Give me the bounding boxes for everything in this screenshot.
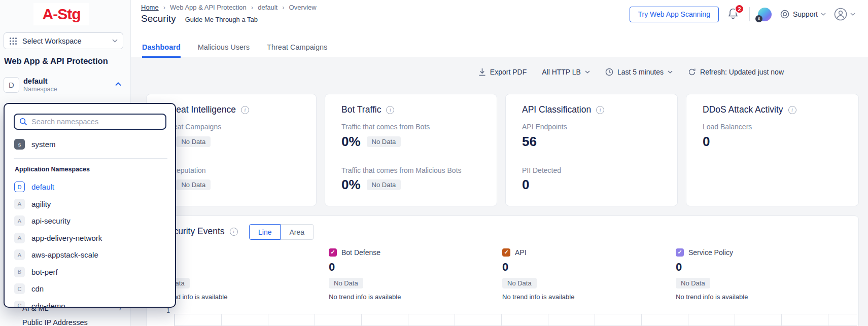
stat-label: Traffic that comes from Malicious Bots — [341, 166, 462, 174]
breadcrumb: Home › Web App & API Protection › defaul… — [141, 4, 317, 11]
try-web-app-scanning-button[interactable]: Try Web App Scanning — [630, 7, 719, 22]
sidebar-item-public-ip-addresses[interactable]: Public IP Addresses — [22, 318, 121, 326]
chevron-down-icon — [821, 13, 826, 16]
application-namespaces-heading: Application Namespaces — [15, 166, 90, 173]
namespace-initial-badge: A — [14, 233, 25, 243]
dashboard-tabs: Dashboard Malicious Users Threat Campaig… — [142, 43, 327, 58]
dropdown-divider — [14, 158, 167, 159]
support-label: Support — [793, 10, 818, 18]
no-data-badge: No Data — [502, 278, 537, 288]
export-pdf-button[interactable]: Export PDF — [478, 68, 527, 76]
support-menu[interactable]: Support — [780, 9, 826, 19]
card-ddos-attack-activity: DDoS Attack Activity i Load Balancers 0 — [686, 94, 859, 206]
info-icon[interactable]: i — [241, 106, 249, 114]
series-checkbox[interactable]: ✓ — [502, 248, 510, 257]
namespace-initial-badge: A — [14, 249, 25, 260]
namespace-dropdown-panel: s system Application Namespaces D defaul… — [4, 103, 176, 308]
series-checkbox[interactable]: ✓ — [676, 248, 684, 257]
stat-label: PII Detected — [522, 166, 561, 174]
namespace-option-default[interactable]: D default — [14, 178, 166, 196]
tab-dashboard[interactable]: Dashboard — [142, 43, 181, 58]
tab-malicious-users[interactable]: Malicious Users — [198, 43, 250, 58]
namespace-option-aws-appstack-scale[interactable]: A aws-appstack-scale — [14, 246, 166, 264]
card-api-classification: API Classification i API Endpoints 56 PI… — [505, 94, 678, 206]
header-actions: Try Web App Scanning 2 8 Support — [630, 6, 855, 22]
namespace-option-system[interactable]: s system — [14, 139, 56, 150]
refresh-icon — [688, 68, 696, 76]
namespace-initial-badge: B — [14, 267, 25, 277]
namespace-option-bot-perf[interactable]: B bot-perf — [14, 264, 166, 281]
sidebar-item-label: Public IP Addresses — [22, 318, 88, 326]
breadcrumb-home-link[interactable]: Home — [141, 4, 159, 11]
globe-count-badge: 8 — [755, 15, 762, 22]
card-title: API Classification — [522, 104, 591, 115]
time-range-dropdown[interactable]: Last 5 minutes — [605, 68, 673, 76]
namespace-selector[interactable]: D default Namespace — [4, 77, 123, 96]
breadcrumb-separator: › — [282, 4, 284, 11]
no-data-badge: No Data — [176, 136, 211, 147]
stat-value: 56 — [522, 134, 537, 150]
namespace-options-list: D default A agility A api-security A app… — [14, 178, 166, 308]
info-icon[interactable]: i — [386, 106, 394, 114]
namespace-option-label: default — [31, 183, 54, 191]
series-trend-note: No trend info is available — [676, 293, 843, 301]
security-events-panel: Security Events i Line Area ✓ No Data No… — [146, 215, 859, 326]
namespace-option-cdn-demo[interactable]: C cdn-demo — [14, 298, 166, 308]
series-label: API — [515, 248, 527, 257]
stat-value: 0% — [341, 134, 361, 150]
chevron-up-icon — [115, 82, 121, 86]
no-data-badge: No Data — [367, 136, 401, 147]
namespace-option-api-security[interactable]: A api-security — [14, 212, 166, 230]
header-divider — [749, 7, 750, 21]
chevron-down-icon — [112, 39, 118, 43]
series-checkbox[interactable]: ✓ — [329, 248, 337, 257]
refresh-status-label: Refresh: Updated just now — [700, 68, 784, 76]
namespace-initial-badge: D — [4, 77, 19, 93]
no-data-badge: No Data — [367, 179, 401, 190]
stat-label: Traffic that comes from Bots — [341, 123, 430, 131]
workspace-selector[interactable]: Select Workspace — [4, 32, 123, 49]
refresh-button[interactable]: Refresh: Updated just now — [688, 68, 784, 76]
stat-value: 0% — [341, 177, 361, 193]
notifications-button[interactable]: 2 — [727, 7, 741, 21]
workspace-selector-label: Select Workspace — [22, 37, 107, 45]
breadcrumb-waap[interactable]: Web App & API Protection — [170, 4, 247, 11]
no-data-badge: No Data — [176, 179, 211, 190]
area-view-button[interactable]: Area — [281, 224, 314, 240]
card-title: Bot Traffic — [341, 104, 381, 115]
series-label: Service Policy — [688, 248, 733, 257]
info-icon[interactable]: i — [788, 106, 796, 114]
stat-value: 0 — [522, 177, 529, 193]
card-bot-traffic: Bot Traffic i Traffic that comes from Bo… — [325, 94, 497, 206]
chevron-down-icon — [585, 70, 590, 74]
namespace-search-input[interactable] — [31, 118, 161, 126]
chevron-down-icon — [850, 13, 855, 16]
line-view-button[interactable]: Line — [249, 224, 281, 240]
namespace-option-app-delivery-network[interactable]: A app-delivery-network — [14, 230, 166, 247]
namespace-initial-badge: A — [14, 199, 25, 209]
breadcrumb-overview: Overview — [289, 4, 317, 11]
namespace-option-label: system — [31, 140, 56, 149]
lb-filter-dropdown[interactable]: All HTTP LB — [542, 68, 590, 76]
namespace-initial-badge: C — [14, 283, 25, 294]
series-trend-note: No trend info is available — [155, 293, 323, 301]
namespace-option-agility[interactable]: A agility — [14, 196, 166, 213]
guide-me-link[interactable]: Guide Me Through a Tab — [185, 16, 258, 23]
info-icon[interactable]: i — [596, 106, 604, 114]
namespace-search[interactable] — [14, 114, 166, 130]
notification-count-badge: 2 — [735, 4, 744, 14]
tab-threat-campaigns[interactable]: Threat Campaigns — [267, 43, 327, 58]
brand-logo[interactable]: A-Stg — [33, 3, 89, 25]
product-title: Web App & API Protection — [4, 56, 108, 66]
account-menu[interactable] — [834, 8, 855, 21]
user-icon — [834, 8, 847, 21]
no-data-badge: No Data — [676, 278, 710, 288]
breadcrumb-default[interactable]: default — [258, 4, 277, 11]
namespace-option-cdn[interactable]: C cdn — [14, 280, 166, 298]
cloud-status-button[interactable]: 8 — [758, 8, 772, 21]
support-ring-icon — [780, 9, 790, 19]
info-icon[interactable]: i — [230, 228, 238, 236]
series-trend-note: No trend info is available — [502, 293, 670, 301]
y-axis-tick-label: 1 — [158, 307, 170, 314]
chart-view-toggle: Line Area — [249, 224, 314, 240]
